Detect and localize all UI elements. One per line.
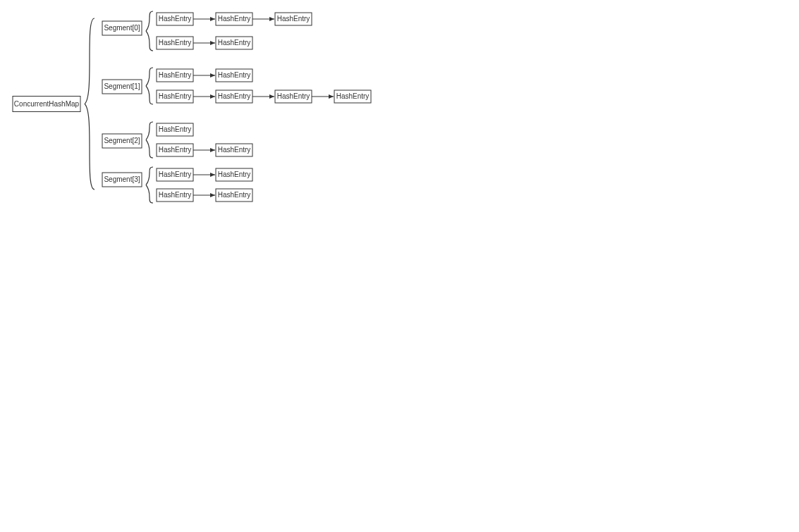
- segment-brace-2: [146, 122, 153, 140]
- hashentry-box-2-1-1-label: HashEntry: [218, 146, 251, 154]
- hashentry-box-0-0-2-label: HashEntry: [277, 15, 310, 23]
- segment-brace-2: [146, 140, 153, 159]
- hashentry-box-2-0-0-label: HashEntry: [159, 125, 192, 133]
- segment-brace-1: [146, 68, 153, 86]
- hashentry-box-3-0-1-label: HashEntry: [218, 171, 251, 178]
- segment-brace-1: [146, 86, 153, 104]
- hashentry-box-0-0-1-label: HashEntry: [218, 15, 251, 23]
- hashentry-box-0-1-0-label: HashEntry: [159, 39, 192, 47]
- hashentry-box-0-0-0-label: HashEntry: [159, 15, 192, 23]
- hashentry-box-1-1-2-label: HashEntry: [277, 92, 310, 100]
- hashentry-box-3-1-0-label: HashEntry: [159, 191, 192, 199]
- hashentry-box-1-1-0-label: HashEntry: [159, 92, 192, 100]
- root-brace: [85, 104, 94, 190]
- hashentry-box-1-0-0-label: HashEntry: [159, 71, 192, 79]
- segment-box-2-label: Segment[2]: [104, 137, 140, 144]
- root-brace: [85, 18, 94, 104]
- segment-box-1-label: Segment[1]: [104, 82, 140, 90]
- hashentry-box-2-1-0-label: HashEntry: [159, 146, 192, 154]
- segment-brace-0: [146, 11, 153, 31]
- hashentry-box-1-1-1-label: HashEntry: [218, 92, 251, 100]
- hashentry-box-0-1-1-label: HashEntry: [218, 39, 251, 47]
- hashentry-box-3-1-1-label: HashEntry: [218, 191, 251, 199]
- segment-brace-3: [146, 185, 153, 204]
- segment-brace-3: [146, 167, 153, 185]
- root-box-label: ConcurrentHashMap: [14, 100, 80, 108]
- hashentry-box-3-0-0-label: HashEntry: [159, 171, 192, 178]
- segment-box-0-label: Segment[0]: [104, 24, 140, 32]
- hashentry-box-1-1-3-label: HashEntry: [336, 92, 370, 100]
- hashentry-box-1-0-1-label: HashEntry: [218, 71, 251, 79]
- segment-brace-0: [146, 31, 153, 51]
- segment-box-3-label: Segment[3]: [104, 175, 140, 183]
